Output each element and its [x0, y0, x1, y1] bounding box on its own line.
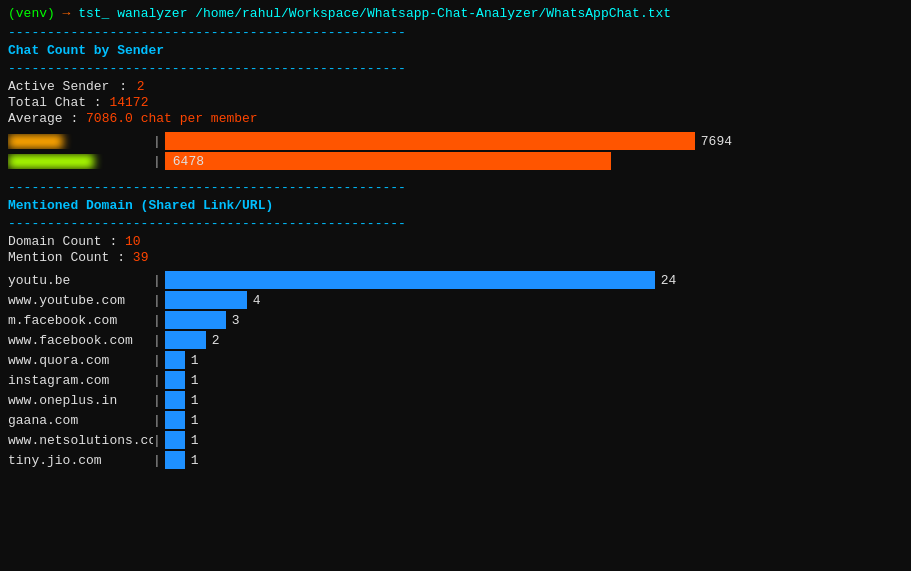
domain-bar-sep-0: |: [153, 273, 161, 288]
sender1-bar: [165, 132, 695, 150]
sender2-bar: 6478: [165, 152, 611, 170]
domain-count-colon: :: [109, 234, 117, 249]
sender1-bar-row: R████ | 7694: [8, 132, 903, 150]
domain-bar-sep-6: |: [153, 393, 161, 408]
domain-bar-count-4: 1: [191, 353, 199, 368]
domain-bar-count-9: 1: [191, 453, 199, 468]
domain-bar-count-7: 1: [191, 413, 199, 428]
domain-bar-row-0: youtu.be|24: [8, 271, 903, 289]
domain-bar-count-3: 2: [212, 333, 220, 348]
average-stat: Average : 7086.0 chat per member: [8, 111, 903, 126]
domain-bar-fill-4: [165, 351, 185, 369]
mention-count-colon: :: [117, 250, 125, 265]
domain-label-1: www.youtube.com: [8, 293, 153, 308]
domain-bar-sep-9: |: [153, 453, 161, 468]
domain-bar-count-2: 3: [232, 313, 240, 328]
section1-title: Chat Count by Sender: [8, 43, 903, 58]
domain-bar-fill-5: [165, 371, 185, 389]
domain-label-7: gaana.com: [8, 413, 153, 428]
domain-bar-sep-3: |: [153, 333, 161, 348]
active-sender-stat: Active Sender : 2: [8, 79, 903, 94]
divider-4: ----------------------------------------…: [8, 216, 903, 231]
average-colon: :: [70, 111, 78, 126]
divider-1: ----------------------------------------…: [8, 25, 903, 40]
sender2-name-blurred: A████████: [8, 154, 94, 169]
sender2-label: A████████: [8, 154, 153, 169]
domain-bar-fill-0: [165, 271, 655, 289]
domain-bar-row-4: www.quora.com|1: [8, 351, 903, 369]
domain-label-2: m.facebook.com: [8, 313, 153, 328]
domain-bar-sep-4: |: [153, 353, 161, 368]
domain-label-8: www.netsolutions.com: [8, 433, 153, 448]
mention-count-label: Mention Count: [8, 250, 117, 265]
average-label: Average: [8, 111, 70, 126]
domain-label-0: youtu.be: [8, 273, 153, 288]
domain-label-6: www.oneplus.in: [8, 393, 153, 408]
domain-bar-sep-2: |: [153, 313, 161, 328]
domain-bar-fill-6: [165, 391, 185, 409]
domain-bar-count-0: 24: [661, 273, 677, 288]
domain-bar-sep-5: |: [153, 373, 161, 388]
domain-bar-fill-8: [165, 431, 185, 449]
domain-label-4: www.quora.com: [8, 353, 153, 368]
bar-sep-1: |: [153, 134, 161, 149]
domain-count-label: Domain Count: [8, 234, 109, 249]
domain-bar-fill-9: [165, 451, 185, 469]
domain-label-9: tiny.jio.com: [8, 453, 153, 468]
domain-bar-row-7: gaana.com|1: [8, 411, 903, 429]
domain-count-value: 10: [125, 234, 141, 249]
divider-2: ----------------------------------------…: [8, 61, 903, 76]
active-sender-colon: :: [119, 79, 127, 94]
venv-prefix: (venv): [8, 6, 63, 21]
domain-bar-count-1: 4: [253, 293, 261, 308]
mention-count-value: 39: [133, 250, 149, 265]
sender2-bar-row: A████████ | 6478: [8, 152, 903, 170]
total-chat-value: 14172: [109, 95, 148, 110]
domain-bar-fill-7: [165, 411, 185, 429]
domain-bar-row-3: www.facebook.com|2: [8, 331, 903, 349]
domain-bar-sep-7: |: [153, 413, 161, 428]
domain-bar-row-5: instagram.com|1: [8, 371, 903, 389]
domain-count-stat: Domain Count : 10: [8, 234, 903, 249]
domain-bar-sep-1: |: [153, 293, 161, 308]
domain-bar-sep-8: |: [153, 433, 161, 448]
cmd-name: tst_: [78, 6, 117, 21]
sender1-count: 7694: [701, 134, 732, 149]
domain-bar-count-5: 1: [191, 373, 199, 388]
domain-bar-fill-3: [165, 331, 206, 349]
total-chat-label: Total Chat: [8, 95, 94, 110]
active-sender-label: Active Sender: [8, 79, 117, 94]
divider-3: ----------------------------------------…: [8, 180, 903, 195]
cmd-args: wanalyzer /home/rahul/Workspace/Whatsapp…: [117, 6, 671, 21]
section2-title: Mentioned Domain (Shared Link/URL): [8, 198, 903, 213]
domain-bar-row-8: www.netsolutions.com|1: [8, 431, 903, 449]
command-line: (venv) → tst_ wanalyzer /home/rahul/Work…: [8, 6, 903, 21]
active-sender-value: 2: [137, 79, 145, 94]
domain-label-5: instagram.com: [8, 373, 153, 388]
domain-bar-fill-2: [165, 311, 226, 329]
total-chat-colon: :: [94, 95, 102, 110]
domain-bar-row-9: tiny.jio.com|1: [8, 451, 903, 469]
sender2-count-inline: 6478: [169, 154, 204, 169]
sender1-name-blurred: R████: [8, 134, 63, 149]
total-chat-stat: Total Chat : 14172: [8, 95, 903, 110]
domain-bar-row-2: m.facebook.com|3: [8, 311, 903, 329]
bar-sep-2: |: [153, 154, 161, 169]
average-value: 7086.0 chat per member: [86, 111, 258, 126]
domain-bar-count-6: 1: [191, 393, 199, 408]
domain-bar-row-6: www.oneplus.in|1: [8, 391, 903, 409]
sender1-label: R████: [8, 134, 153, 149]
domain-bar-row-1: www.youtube.com|4: [8, 291, 903, 309]
domain-bar-count-8: 1: [191, 433, 199, 448]
arrow-icon: →: [63, 6, 79, 21]
domain-bar-fill-1: [165, 291, 247, 309]
domain-label-3: www.facebook.com: [8, 333, 153, 348]
mention-count-stat: Mention Count : 39: [8, 250, 903, 265]
domain-bars-container: youtu.be|24www.youtube.com|4m.facebook.c…: [8, 271, 903, 469]
